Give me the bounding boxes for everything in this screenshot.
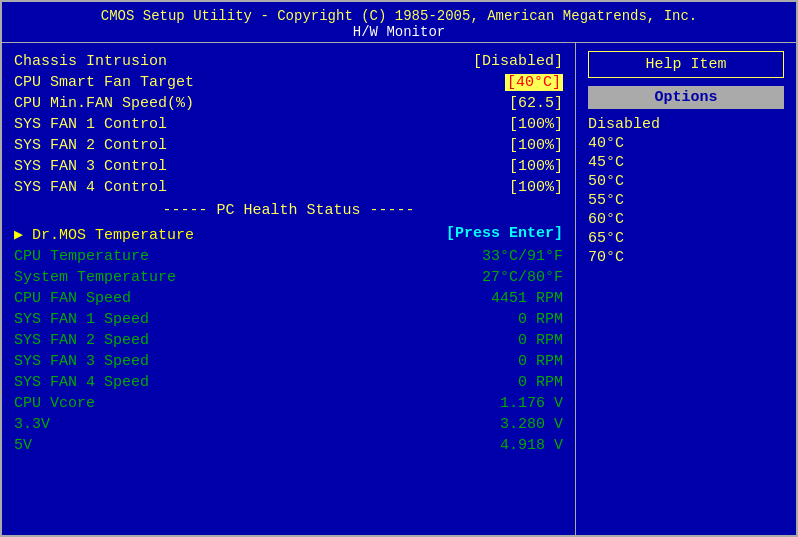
- readonly-label: SYS FAN 4 Speed: [14, 374, 149, 391]
- readonly-value: 27°C/80°F: [482, 269, 563, 286]
- cmos-screen: CMOS Setup Utility - Copyright (C) 1985-…: [0, 0, 798, 537]
- readonly-value: 33°C/91°F: [482, 248, 563, 265]
- menu-row-value: [100%]: [509, 179, 563, 196]
- main-title: CMOS Setup Utility - Copyright (C) 1985-…: [2, 8, 796, 24]
- readonly-value: 3.280 V: [500, 416, 563, 433]
- option-item[interactable]: 50°C: [588, 172, 784, 191]
- readonly-row: CPU FAN Speed4451 RPM: [14, 288, 563, 309]
- option-item[interactable]: 70°C: [588, 248, 784, 267]
- drmos-row[interactable]: ▶ Dr.MOS Temperature [Press Enter]: [14, 223, 563, 246]
- readonly-row: 5V4.918 V: [14, 435, 563, 456]
- sub-title: H/W Monitor: [2, 24, 796, 40]
- menu-row[interactable]: SYS FAN 1 Control[100%]: [14, 114, 563, 135]
- readonly-label: SYS FAN 1 Speed: [14, 311, 149, 328]
- option-item[interactable]: 55°C: [588, 191, 784, 210]
- readonly-label: System Temperature: [14, 269, 176, 286]
- readonly-value: 0 RPM: [518, 353, 563, 370]
- drmos-value: [Press Enter]: [446, 225, 563, 244]
- menu-row-label: SYS FAN 2 Control: [14, 137, 167, 154]
- readonly-value: 0 RPM: [518, 374, 563, 391]
- option-item[interactable]: 65°C: [588, 229, 784, 248]
- readonly-row: SYS FAN 1 Speed0 RPM: [14, 309, 563, 330]
- drmos-label: ▶ Dr.MOS Temperature: [14, 225, 194, 244]
- menu-row-label: Chassis Intrusion: [14, 53, 167, 70]
- menu-row-value: [40°C]: [505, 74, 563, 91]
- content-area: Chassis Intrusion[Disabled]CPU Smart Fan…: [2, 43, 796, 535]
- menu-row-value: [100%]: [509, 158, 563, 175]
- menu-row-label: SYS FAN 3 Control: [14, 158, 167, 175]
- menu-row[interactable]: SYS FAN 3 Control[100%]: [14, 156, 563, 177]
- menu-row[interactable]: CPU Smart Fan Target[40°C]: [14, 72, 563, 93]
- readonly-label: 5V: [14, 437, 32, 454]
- readonly-value: 0 RPM: [518, 311, 563, 328]
- readonly-label: SYS FAN 3 Speed: [14, 353, 149, 370]
- right-panel: Help Item Options Disabled40°C45°C50°C55…: [576, 43, 796, 535]
- menu-row-label: SYS FAN 1 Control: [14, 116, 167, 133]
- menu-row[interactable]: SYS FAN 2 Control[100%]: [14, 135, 563, 156]
- readonly-value: 0 RPM: [518, 332, 563, 349]
- left-panel: Chassis Intrusion[Disabled]CPU Smart Fan…: [2, 43, 576, 535]
- readonly-label: SYS FAN 2 Speed: [14, 332, 149, 349]
- menu-row-value: [100%]: [509, 116, 563, 133]
- title-bar: CMOS Setup Utility - Copyright (C) 1985-…: [2, 2, 796, 43]
- menu-row-value: [100%]: [509, 137, 563, 154]
- readonly-label: 3.3V: [14, 416, 50, 433]
- menu-row-value: [Disabled]: [473, 53, 563, 70]
- menu-row-label: CPU Min.FAN Speed(%): [14, 95, 194, 112]
- readonly-row: CPU Temperature33°C/91°F: [14, 246, 563, 267]
- readonly-row: System Temperature27°C/80°F: [14, 267, 563, 288]
- option-item[interactable]: 40°C: [588, 134, 784, 153]
- readonly-label: CPU Temperature: [14, 248, 149, 265]
- readonly-value: 4.918 V: [500, 437, 563, 454]
- menu-row-label: CPU Smart Fan Target: [14, 74, 194, 91]
- readonly-label: CPU FAN Speed: [14, 290, 131, 307]
- readonly-value: 1.176 V: [500, 395, 563, 412]
- readonly-row: SYS FAN 3 Speed0 RPM: [14, 351, 563, 372]
- option-item[interactable]: Disabled: [588, 115, 784, 134]
- options-list: Disabled40°C45°C50°C55°C60°C65°C70°C: [588, 115, 784, 267]
- option-item[interactable]: 45°C: [588, 153, 784, 172]
- readonly-value: 4451 RPM: [491, 290, 563, 307]
- section-divider: ----- PC Health Status -----: [14, 198, 563, 223]
- menu-row-label: SYS FAN 4 Control: [14, 179, 167, 196]
- menu-row[interactable]: CPU Min.FAN Speed(%)[62.5]: [14, 93, 563, 114]
- readonly-row: SYS FAN 2 Speed0 RPM: [14, 330, 563, 351]
- readonly-row: SYS FAN 4 Speed0 RPM: [14, 372, 563, 393]
- options-title: Options: [588, 86, 784, 109]
- option-item[interactable]: 60°C: [588, 210, 784, 229]
- menu-row[interactable]: Chassis Intrusion[Disabled]: [14, 51, 563, 72]
- menu-row-value: [62.5]: [509, 95, 563, 112]
- readonly-row: 3.3V3.280 V: [14, 414, 563, 435]
- menu-row[interactable]: SYS FAN 4 Control[100%]: [14, 177, 563, 198]
- readonly-row: CPU Vcore1.176 V: [14, 393, 563, 414]
- readonly-label: CPU Vcore: [14, 395, 95, 412]
- help-title: Help Item: [588, 51, 784, 78]
